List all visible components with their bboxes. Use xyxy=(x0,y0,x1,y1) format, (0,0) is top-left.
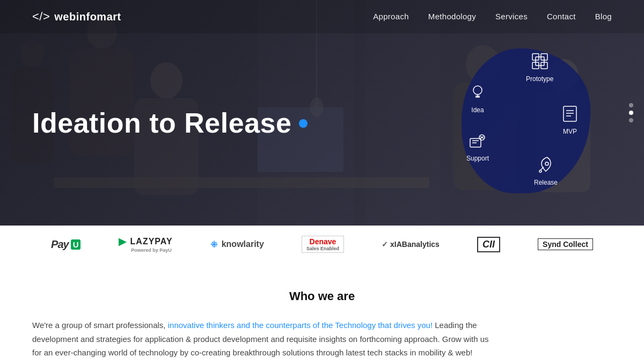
nav-item-services[interactable]: Services xyxy=(495,12,528,21)
partner-xlab: ✓ xIABanalytics xyxy=(382,240,440,249)
prototype-label: Prototype xyxy=(526,75,553,83)
about-text: We're a group of smart professionals, in… xyxy=(32,318,494,360)
partner-cii: CII xyxy=(477,237,500,252)
about-section: Who we are We're a group of smart profes… xyxy=(0,263,644,364)
hero-title-text: Ideation to Release xyxy=(32,108,291,139)
nav-item-blog[interactable]: Blog xyxy=(595,12,612,21)
svg-point-39 xyxy=(545,162,548,165)
nav-item-approach[interactable]: Approach xyxy=(373,12,409,21)
navbar: </> webinfomart Approach Methodology Ser… xyxy=(0,0,644,33)
mvp-icon xyxy=(558,102,582,126)
nav-item-contact[interactable]: Contact xyxy=(547,12,576,21)
release-label: Release xyxy=(534,179,558,186)
prototype-icon xyxy=(528,49,552,73)
mvp-label: MVP xyxy=(563,128,577,135)
logo[interactable]: </> webinfomart xyxy=(32,10,121,24)
diagram-support: Support xyxy=(466,129,489,162)
svg-point-17 xyxy=(473,86,482,94)
hero-section: Ideation to Release xyxy=(0,0,644,225)
about-highlight: innovative thinkers and the counterparts… xyxy=(168,321,433,330)
scroll-dots xyxy=(629,103,633,122)
svg-rect-35 xyxy=(564,106,576,121)
partners-bar: Pay U ▶ LAZYPAY Powered by PayU ⁜ knowla… xyxy=(0,225,644,263)
idea-icon xyxy=(466,81,489,104)
release-icon xyxy=(534,153,558,177)
partner-payu: Pay U xyxy=(51,238,80,251)
hero-title-dot xyxy=(299,119,308,128)
diagram-idea: Idea xyxy=(466,81,489,114)
support-icon xyxy=(466,129,489,152)
scroll-dot-3[interactable] xyxy=(629,118,633,122)
hero-text: Ideation to Release xyxy=(32,108,451,139)
hero-content: Ideation to Release xyxy=(0,0,644,225)
partner-denave: Denave Sales Enabled xyxy=(302,236,344,253)
hero-diagram: Idea xyxy=(451,38,612,209)
logo-bracket: </> xyxy=(32,10,50,24)
nav-item-methodology[interactable]: Methodology xyxy=(428,12,476,21)
idea-label: Idea xyxy=(471,106,484,114)
diagram-prototype: Prototype xyxy=(526,49,553,83)
diagram-release: Release xyxy=(534,153,558,186)
hero-title: Ideation to Release xyxy=(32,108,451,139)
support-label: Support xyxy=(466,155,489,162)
diagram-items: Idea xyxy=(451,38,612,209)
nav-links: Approach Methodology Services Contact Bl… xyxy=(373,12,612,21)
about-section-title: Who we are xyxy=(32,289,612,303)
scroll-dot-2[interactable] xyxy=(629,111,633,115)
diagram-mvp: MVP xyxy=(558,102,582,135)
partner-lazypay: ▶ LAZYPAY Powered by PayU xyxy=(119,236,173,253)
partner-knowlarity: ⁜ knowlarity xyxy=(210,239,264,250)
svg-point-40 xyxy=(539,170,541,172)
scroll-dot-1[interactable] xyxy=(629,103,633,107)
logo-name: webinfomart xyxy=(54,11,121,23)
partner-synd: Synd Collect xyxy=(538,238,593,250)
